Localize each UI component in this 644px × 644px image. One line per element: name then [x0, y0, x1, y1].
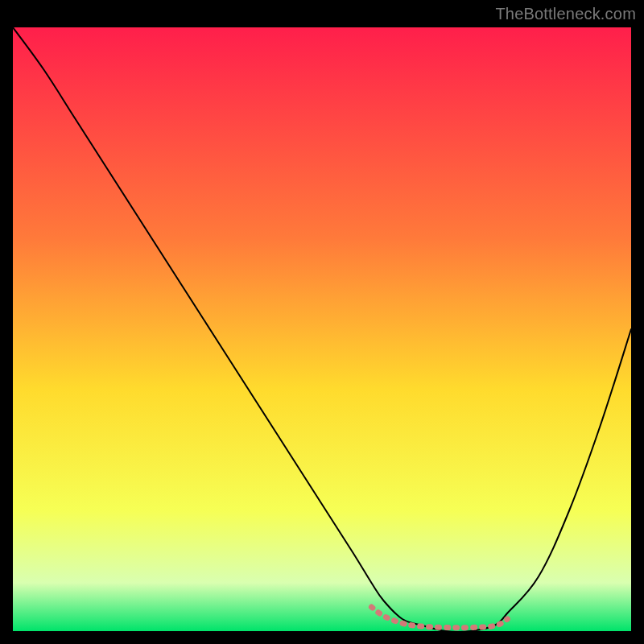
- watermark-text: TheBottleneck.com: [495, 5, 636, 23]
- chart-root: TheBottleneck.com: [0, 0, 644, 644]
- plot-area: [13, 27, 631, 631]
- chart-svg: [13, 27, 631, 631]
- gradient-background: [13, 27, 631, 631]
